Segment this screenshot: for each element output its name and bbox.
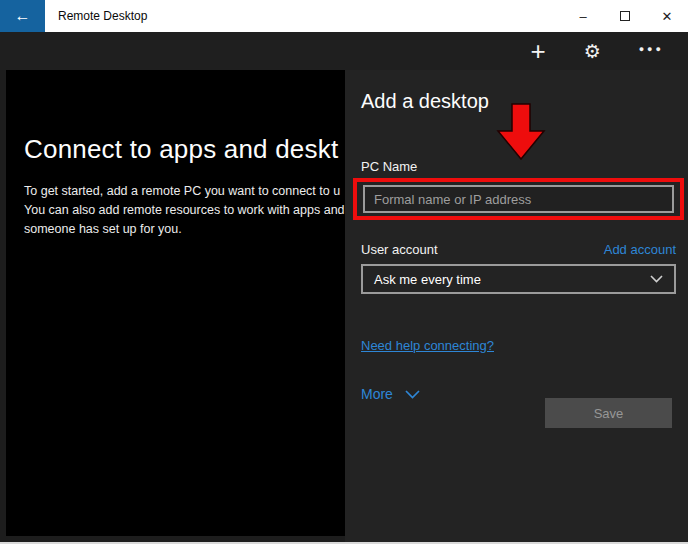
pc-name-label: PC Name xyxy=(361,159,676,174)
chevron-down-icon xyxy=(405,390,420,399)
add-desktop-panel: Add a desktop PC Name User account Add a… xyxy=(345,70,688,542)
page-title: Connect to apps and deskt xyxy=(24,134,345,165)
command-bar: + ⚙ ●●● xyxy=(0,32,688,70)
intro-line: To get started, add a remote PC you want… xyxy=(24,182,345,201)
intro-line: You can also add remote resources to wor… xyxy=(24,201,345,220)
add-account-link[interactable]: Add account xyxy=(604,242,676,257)
save-button[interactable]: Save xyxy=(545,398,672,428)
maximize-icon xyxy=(620,11,630,21)
back-button[interactable]: ← xyxy=(0,0,45,32)
more-label: More xyxy=(361,386,393,402)
intro-line: someone has set up for you. xyxy=(24,220,345,239)
maximize-button[interactable] xyxy=(604,0,646,32)
more-ellipsis-icon[interactable]: ●●● xyxy=(639,45,664,58)
red-highlight-box xyxy=(353,178,684,220)
panel-title: Add a desktop xyxy=(361,90,676,113)
need-help-link[interactable]: Need help connecting? xyxy=(361,338,494,353)
window-controls: – ✕ xyxy=(562,0,688,32)
window-title: Remote Desktop xyxy=(45,0,147,32)
back-arrow-icon: ← xyxy=(15,7,31,25)
settings-gear-icon[interactable]: ⚙ xyxy=(584,42,601,61)
minimize-icon: – xyxy=(579,9,586,24)
remote-desktop-window: { "window": { "title": "Remote Desktop",… xyxy=(0,0,688,544)
dropdown-selected-value: Ask me every time xyxy=(374,272,481,287)
main-content: Connect to apps and deskt To get started… xyxy=(6,70,345,536)
user-account-dropdown[interactable]: Ask me every time xyxy=(361,264,676,294)
pc-name-input[interactable] xyxy=(363,185,674,213)
close-button[interactable]: ✕ xyxy=(646,0,688,32)
minimize-button[interactable]: – xyxy=(562,0,604,32)
add-button[interactable]: + xyxy=(530,38,545,64)
chevron-down-icon xyxy=(650,275,663,283)
title-bar: ← Remote Desktop – ✕ xyxy=(0,0,688,32)
user-account-label: User account xyxy=(361,242,438,257)
close-icon: ✕ xyxy=(662,9,673,24)
intro-text: To get started, add a remote PC you want… xyxy=(24,182,345,238)
more-expander[interactable]: More xyxy=(361,386,420,402)
user-account-row: User account Add account xyxy=(361,242,676,257)
